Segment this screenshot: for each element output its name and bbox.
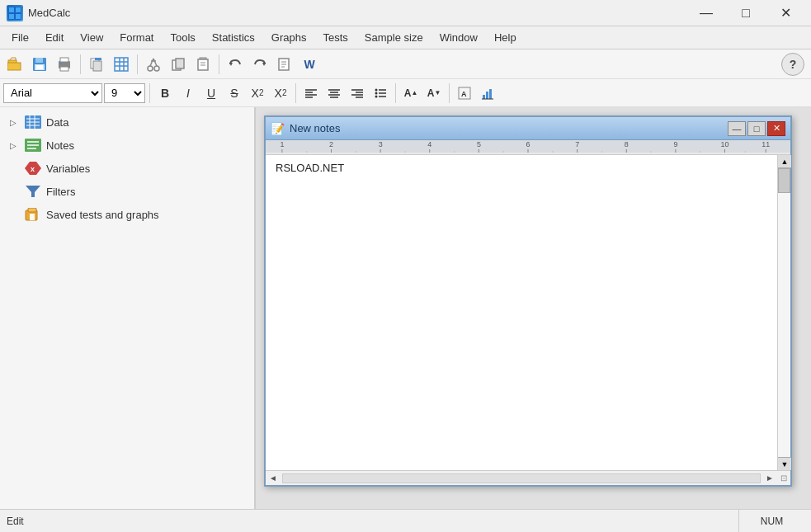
note-content-area[interactable]: RSLOAD.NET	[266, 155, 777, 473]
paste-button[interactable]	[191, 53, 215, 76]
separator3	[219, 54, 219, 74]
separator-fmt3	[395, 83, 396, 103]
status-bar: Edit NUM	[0, 509, 811, 532]
open-button[interactable]	[3, 53, 26, 76]
copy-format-button[interactable]	[85, 53, 108, 76]
italic-button[interactable]: I	[177, 82, 199, 104]
superscript-button[interactable]: X2	[270, 82, 291, 104]
bold-button[interactable]: B	[154, 82, 176, 104]
svg-rect-4	[16, 14, 21, 19]
menu-tests[interactable]: Tests	[315, 28, 356, 47]
window-controls: — □ ✕	[687, 1, 804, 26]
ruler: 1 2 3 4 5 6 7 8 9	[266, 140, 790, 155]
svg-rect-13	[60, 67, 68, 71]
scroll-up-button[interactable]: ▲	[778, 155, 791, 168]
sidebar-item-variables[interactable]: x Variables	[0, 157, 254, 180]
redo-button[interactable]	[248, 53, 271, 76]
title-bar: MedCalc — □ ✕	[0, 0, 811, 26]
svg-rect-18	[115, 58, 128, 71]
font-shrink-button[interactable]: A▼	[423, 82, 445, 104]
svg-rect-10	[36, 65, 43, 69]
expand-notes[interactable]: ▷	[7, 141, 20, 150]
inner-maximize-button[interactable]: □	[747, 121, 766, 136]
vertical-scrollbar[interactable]: ▲ ▼	[777, 155, 790, 470]
maximize-button[interactable]: □	[727, 1, 765, 26]
menu-edit[interactable]: Edit	[37, 28, 72, 47]
sidebar-item-data[interactable]: ▷ Data	[0, 111, 254, 134]
menu-help[interactable]: Help	[486, 28, 525, 47]
svg-rect-29	[176, 59, 184, 68]
separator2	[137, 54, 138, 74]
close-button[interactable]: ✕	[766, 1, 804, 26]
toolbar-main: W ?	[0, 49, 811, 79]
svg-point-23	[148, 66, 153, 71]
cut-button[interactable]	[142, 53, 165, 76]
note-text: RSLOAD.NET	[276, 162, 767, 174]
menu-graphs[interactable]: Graphs	[263, 28, 315, 47]
insert-table-button[interactable]	[110, 53, 133, 76]
font-grow-button[interactable]: A▲	[400, 82, 422, 104]
inner-close-button[interactable]: ✕	[767, 121, 785, 136]
svg-rect-8	[35, 58, 43, 63]
scroll-down-button[interactable]: ▼	[778, 457, 791, 470]
minimize-button[interactable]: —	[687, 1, 725, 26]
svg-rect-62	[489, 89, 492, 99]
svg-rect-79	[30, 214, 35, 220]
filters-icon	[25, 183, 41, 200]
svg-text:A: A	[461, 90, 467, 98]
copy2-button[interactable]	[273, 53, 296, 76]
menu-sample-size[interactable]: Sample size	[356, 28, 431, 47]
svg-rect-14	[59, 63, 62, 64]
size-selector[interactable]: 9	[104, 83, 145, 103]
variables-icon: x	[25, 160, 41, 177]
svg-rect-12	[60, 58, 68, 62]
menu-format[interactable]: Format	[111, 28, 162, 47]
font-selector[interactable]: Arial	[3, 83, 102, 103]
svg-text:4: 4	[427, 140, 431, 148]
svg-rect-61	[486, 92, 488, 99]
sidebar-item-notes[interactable]: ▷ Notes	[0, 134, 254, 157]
strikethrough-button[interactable]: S	[224, 82, 245, 104]
inner-window-title: New notes	[290, 122, 728, 134]
save-button[interactable]	[28, 53, 51, 76]
svg-rect-1	[9, 7, 14, 12]
word-button[interactable]: W	[298, 53, 321, 76]
print-button[interactable]	[53, 53, 76, 76]
note-body: RSLOAD.NET ▲ ▼	[266, 155, 790, 470]
ruler-svg: 1 2 3 4 5 6 7 8 9	[266, 140, 790, 153]
svg-text:5: 5	[477, 140, 481, 148]
help-button[interactable]: ?	[781, 53, 804, 76]
menu-tools[interactable]: Tools	[162, 28, 203, 47]
scroll-track-v	[778, 168, 790, 457]
scroll-track-h	[282, 473, 761, 483]
scroll-thumb-v[interactable]	[778, 168, 790, 193]
align-center-button[interactable]	[323, 82, 345, 104]
sidebar-item-filters[interactable]: Filters	[0, 180, 254, 203]
separator-fmt2	[295, 83, 296, 103]
separator-fmt1	[149, 83, 150, 103]
text-style-button[interactable]: A	[454, 82, 475, 104]
menu-window[interactable]: Window	[431, 28, 486, 47]
svg-text:x: x	[31, 165, 35, 173]
menu-statistics[interactable]: Statistics	[204, 28, 263, 47]
undo-button[interactable]	[224, 53, 247, 76]
sidebar-item-saved[interactable]: Saved tests and graphs	[0, 203, 254, 226]
inner-minimize-button[interactable]: —	[728, 121, 746, 136]
expand-data[interactable]: ▷	[7, 118, 20, 127]
data-icon	[25, 114, 41, 130]
copy-button[interactable]	[167, 53, 190, 76]
menu-file[interactable]: File	[3, 28, 37, 47]
subscript-button[interactable]: X2	[247, 82, 268, 104]
chart-button[interactable]	[477, 82, 498, 104]
align-left-button[interactable]	[300, 82, 322, 104]
svg-rect-3	[9, 14, 14, 19]
menu-view[interactable]: View	[72, 28, 111, 47]
notes-label: Notes	[46, 139, 74, 152]
svg-text:2: 2	[329, 140, 333, 148]
underline-button[interactable]: U	[200, 82, 222, 104]
bullets-button[interactable]	[370, 82, 391, 104]
align-right-button[interactable]	[347, 82, 368, 104]
size-grip: ⊡	[777, 471, 790, 486]
app-icon	[7, 5, 23, 21]
inner-window-controls: — □ ✕	[728, 121, 785, 136]
